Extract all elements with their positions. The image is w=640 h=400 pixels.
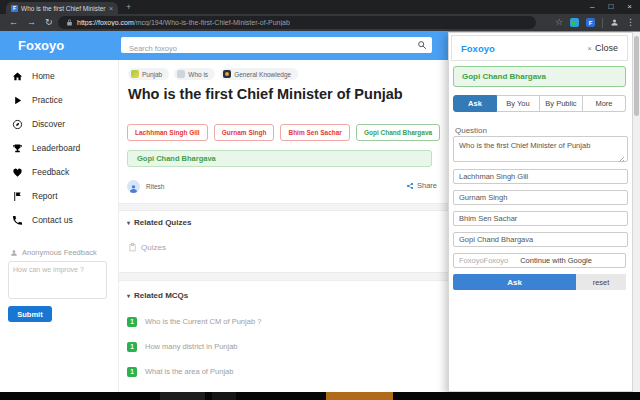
sidebar-item-discover[interactable]: Discover [0,112,118,136]
tab-by-public[interactable]: By Public [540,95,583,112]
sidebar-item-report[interactable]: Report [0,184,118,208]
panel-answer-box: Gopi Chand Bhargava [453,66,626,87]
submit-button[interactable]: Submit [8,306,52,322]
profile-icon[interactable] [610,18,619,27]
related-mcq-list: 1 Who is the Current CM of Punjab ? 1 Ho… [127,309,448,384]
section-divider [119,272,448,281]
share-icon [406,182,414,190]
list-item[interactable]: 1 What is the area of Punjab [127,359,448,384]
resize-handle[interactable] [618,156,624,162]
bookmark-star-icon[interactable]: ☆ [555,18,563,27]
panel-option-input-4[interactable] [453,232,628,247]
sidebar: Home Practice Discover Leaderboard Feedb… [0,60,119,392]
feedback-textarea[interactable] [8,261,107,299]
tab-title: Who is the first Chief Minister of [21,5,106,12]
share-label: Share [417,181,437,190]
sidebar-item-feedback[interactable]: Feedback [0,160,118,184]
tag-label: Punjab [142,71,162,78]
avatar[interactable] [127,180,140,193]
scrollbar-thumb[interactable] [634,36,639,116]
extension-icon[interactable] [570,18,579,27]
account-row[interactable]: FoxoyoFoxoyo Continue with Google [453,253,626,268]
sidebar-item-label: Contact us [32,215,73,225]
browser-tab[interactable]: F Who is the first Chief Minister of × [6,2,118,14]
related-quizes-header[interactable]: ▾ Related Quizes [127,218,191,227]
scrollbar[interactable] [633,32,640,392]
tab-ask[interactable]: Ask [453,95,497,112]
trophy-icon [12,143,23,154]
search-icon[interactable] [417,40,427,50]
sidebar-item-contact-us[interactable]: Contact us [0,208,118,232]
reset-button[interactable]: reset [576,274,626,290]
browser-menu-icon[interactable]: ⋮ [626,18,635,27]
option-4[interactable]: Gopi Chand Bhargava [356,124,440,141]
anonymous-feedback-header: Anonymous Feedback [10,248,97,257]
tag-punjab[interactable]: Punjab [128,68,169,80]
panel-close-label: Close [595,43,618,53]
tab-close-icon[interactable]: × [109,5,113,12]
author-name: Ritesh [146,183,164,190]
site-logo[interactable]: Foxoyo [18,31,64,60]
extension-panel: Foxoyo × Close Gopi Chand Bhargava Ask B… [448,32,633,392]
avatar-person-icon [129,184,138,193]
taskbar-item [160,392,205,400]
tab-by-you[interactable]: By You [497,95,540,112]
panel-close-button[interactable]: × Close [587,43,618,53]
share-button[interactable]: Share [406,181,437,190]
window-controls: – □ × [590,0,632,14]
general-knowledge-icon [223,70,231,78]
related-mcqs-header[interactable]: ▾ Related MCQs [127,291,188,300]
quizes-empty-label: Quizes [141,243,166,252]
sidebar-item-label: Home [32,71,55,81]
question-textarea[interactable]: Who is the first Chief Minister of Punja… [453,136,628,162]
panel-option-input-1[interactable] [453,169,628,184]
option-2[interactable]: Gurnam Singh [214,124,275,141]
list-item[interactable]: 1 Who is the Current CM of Punjab ? [127,309,448,334]
sidebar-item-home[interactable]: Home [0,64,118,88]
tag-label: Who is [188,71,208,78]
list-item[interactable]: 1 How many district in Punjab [127,334,448,359]
forward-icon[interactable]: → [27,18,36,27]
browser-tab-bar: F Who is the first Chief Minister of × +… [0,0,640,14]
url-bar[interactable]: https://foxoyo.com/mcq/194/Who-is-the-fi… [58,16,536,29]
close-icon: × [587,44,592,53]
panel-brand: Foxoyo [461,43,495,54]
sidebar-item-label: Report [32,191,58,201]
new-tab-button[interactable]: + [126,2,131,13]
mcq-item-label: Who is the Current CM of Punjab ? [145,317,261,326]
panel-option-input-3[interactable] [453,211,628,226]
back-icon[interactable]: ← [9,18,18,27]
search-input[interactable] [121,41,432,57]
minimize-button[interactable]: – [590,3,594,11]
related-mcqs-title: Related MCQs [134,291,188,300]
mcq-badge-icon: 1 [127,367,137,377]
sidebar-item-leaderboard[interactable]: Leaderboard [0,136,118,160]
toolbar-divider [602,18,603,28]
chevron-down-icon: ▾ [127,292,130,299]
option-3[interactable]: Bhim Sen Sachar [280,124,349,141]
foxoyo-extension-icon[interactable]: F [586,18,595,27]
tab-more[interactable]: More [583,95,626,112]
flag-icon [12,191,23,202]
page-title: Who is the first Chief Minister of Punja… [128,86,403,102]
window-close-button[interactable]: × [627,3,632,11]
continue-with-google-button[interactable]: Continue with Google [520,256,592,265]
url-domain: https://foxoyo.com [77,19,134,26]
option-1[interactable]: Lachhman Singh Gill [127,124,208,141]
tag-who-is[interactable]: Who is [174,68,215,80]
tag-general-knowledge[interactable]: General Knowledge [220,68,298,80]
author-row: Ritesh [127,179,164,193]
sidebar-item-practice[interactable]: Practice [0,88,118,112]
panel-tabs: Ask By You By Public More [453,95,626,112]
ask-button[interactable]: Ask [453,274,576,290]
browser-window: F Who is the first Chief Minister of × +… [0,0,640,400]
clipboard-icon [128,243,137,252]
panel-option-input-2[interactable] [453,190,628,205]
sidebar-item-label: Discover [32,119,65,129]
maximize-button[interactable]: □ [608,3,613,11]
panel-header: Foxoyo × Close [451,35,628,61]
refresh-icon[interactable]: ↻ [45,18,53,27]
quizes-empty-row[interactable]: Quizes [128,243,166,252]
taskbar-item [212,392,236,400]
section-divider [119,203,448,211]
